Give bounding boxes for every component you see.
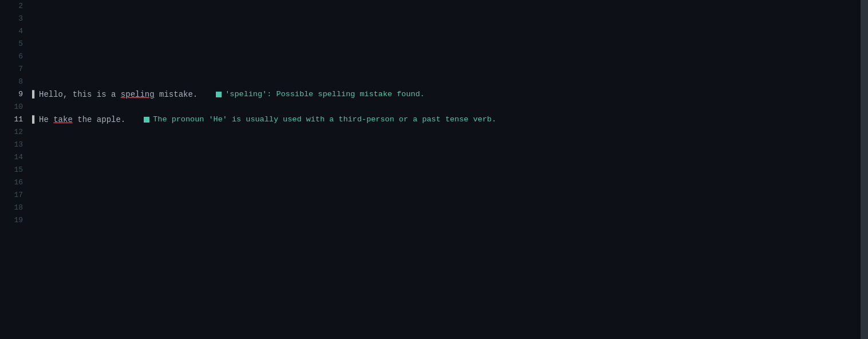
line-number-15: 15 <box>5 164 23 176</box>
line9-hint: 'speling': Possible spelling mistake fou… <box>216 88 424 101</box>
code-line-6 <box>32 50 868 63</box>
code-line-9: ▌ Hello, this is a speling mistake. 'spe… <box>32 88 868 101</box>
line-number-18: 18 <box>5 202 23 214</box>
code-line-17 <box>32 189 868 202</box>
line9-before: Hello, this is a <box>39 88 121 101</box>
code-line-19 <box>32 214 868 227</box>
line-number-6: 6 <box>5 50 23 63</box>
line-number-13: 13 <box>5 139 23 151</box>
code-line-13 <box>32 139 868 151</box>
line-number-5: 5 <box>5 38 23 50</box>
code-line-3 <box>32 13 868 25</box>
line11-after: the apple. <box>73 113 125 126</box>
line-number-8: 8 <box>5 76 23 88</box>
line-number-7: 7 <box>5 63 23 76</box>
code-line-12 <box>32 126 868 139</box>
line11-before: He <box>39 113 53 126</box>
cursor-9: ▌ <box>32 88 37 101</box>
line-number-2: 2 <box>5 0 23 13</box>
cursor-11: ▌ <box>32 113 37 126</box>
hint-square-9 <box>216 92 222 97</box>
scrollbar-track[interactable] <box>861 0 868 339</box>
code-line-14 <box>32 151 868 164</box>
line-number-12: 12 <box>5 126 23 139</box>
line9-after: mistake. <box>155 88 198 101</box>
code-line-11: ▌ He take the apple. The pronoun 'He' is… <box>32 113 868 126</box>
code-line-18 <box>32 202 868 214</box>
line-number-14: 14 <box>5 151 23 164</box>
code-line-5 <box>32 38 868 50</box>
code-line-15 <box>32 164 868 176</box>
hint-text-9: 'speling': Possible spelling mistake fou… <box>225 88 424 101</box>
line-number-17: 17 <box>5 189 23 202</box>
code-line-7 <box>32 63 868 76</box>
line-number-10: 10 <box>5 101 23 113</box>
hint-text-11: The pronoun 'He' is usually used with a … <box>153 113 496 126</box>
code-line-10 <box>32 101 868 113</box>
line-number-9: 9 <box>5 88 23 101</box>
line11-hint: The pronoun 'He' is usually used with a … <box>144 113 496 126</box>
code-line-2 <box>32 0 868 13</box>
line-numbers: 2 3 4 5 6 7 8 9 10 11 12 13 14 15 16 17 … <box>0 0 30 339</box>
editor-container: 2 3 4 5 6 7 8 9 10 11 12 13 14 15 16 17 … <box>0 0 868 339</box>
scrollbar-thumb[interactable] <box>861 0 868 339</box>
line11-take: take <box>53 113 73 126</box>
line-number-11: 11 <box>5 113 23 126</box>
hint-square-11 <box>144 117 149 123</box>
line-number-19: 19 <box>5 214 23 227</box>
code-line-16 <box>32 176 868 189</box>
code-line-4 <box>32 25 868 38</box>
line-number-3: 3 <box>5 13 23 25</box>
line-number-4: 4 <box>5 25 23 38</box>
line-number-16: 16 <box>5 176 23 189</box>
line9-speling: speling <box>121 88 155 101</box>
code-line-8 <box>32 76 868 88</box>
code-area[interactable]: ▌ Hello, this is a speling mistake. 'spe… <box>30 0 868 339</box>
